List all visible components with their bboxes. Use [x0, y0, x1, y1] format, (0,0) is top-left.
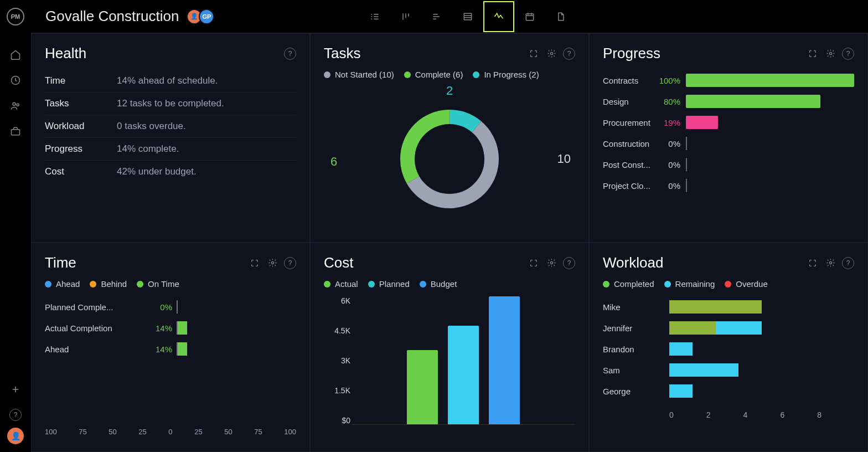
- progress-name: Project Clo...: [603, 181, 654, 191]
- view-gantt-icon[interactable]: [421, 1, 452, 32]
- help-icon[interactable]: ?: [842, 257, 854, 269]
- panel-title: Progress: [603, 45, 807, 62]
- axis-tick: $0: [324, 416, 350, 425]
- legend-item[interactable]: In Progress (2): [473, 70, 539, 79]
- gear-icon[interactable]: [545, 257, 557, 269]
- expand-icon[interactable]: [807, 48, 819, 60]
- gear-icon[interactable]: [266, 257, 278, 269]
- legend-item[interactable]: Not Started (10): [324, 70, 394, 79]
- help-icon[interactable]: ?: [284, 257, 296, 269]
- workload-bar: [669, 363, 854, 377]
- donut-label-notstarted: 10: [557, 152, 571, 166]
- axis-tick: 50: [224, 428, 232, 436]
- legend-dot: [664, 281, 671, 287]
- axis-tick: 75: [79, 428, 86, 436]
- user-avatar[interactable]: 👤: [7, 428, 24, 444]
- axis-tick: 100: [284, 428, 296, 436]
- view-table-icon[interactable]: [452, 1, 483, 32]
- legend-item[interactable]: Remaining: [664, 279, 715, 289]
- help-icon[interactable]: ?: [563, 48, 575, 60]
- team-icon[interactable]: [4, 93, 27, 119]
- donut-label-complete: 6: [330, 155, 337, 169]
- progress-name: Procurement: [603, 118, 654, 127]
- view-file-icon[interactable]: [545, 1, 576, 32]
- view-list-icon[interactable]: [359, 1, 390, 32]
- time-row: Ahead 14%: [45, 338, 296, 359]
- project-members[interactable]: 👤 GP: [190, 9, 214, 24]
- legend-item[interactable]: On Time: [137, 279, 179, 289]
- svg-point-12: [550, 261, 552, 264]
- workload-row: George: [603, 381, 854, 402]
- legend-dot: [137, 281, 143, 287]
- panel-title: Tasks: [324, 45, 528, 62]
- legend-item[interactable]: Completed: [603, 279, 654, 289]
- svg-point-13: [829, 261, 831, 264]
- progress-row: Contracts 100%: [603, 70, 854, 91]
- view-dashboard-icon[interactable]: [483, 1, 514, 32]
- view-board-icon[interactable]: [390, 1, 421, 32]
- gear-icon[interactable]: [824, 48, 836, 60]
- svg-point-6: [550, 52, 552, 54]
- time-row: Actual Completion 14%: [45, 317, 296, 338]
- gear-icon[interactable]: [545, 48, 557, 60]
- expand-icon[interactable]: [807, 257, 819, 269]
- avatar[interactable]: GP: [199, 9, 214, 24]
- progress-percent: 0%: [654, 181, 680, 191]
- svg-point-1: [13, 102, 16, 105]
- legend-item[interactable]: Complete (6): [404, 70, 463, 79]
- briefcase-icon[interactable]: [4, 119, 27, 144]
- help-icon[interactable]: ?: [563, 257, 575, 269]
- legend-item[interactable]: Behind: [90, 279, 127, 289]
- health-value: 42% under budget.: [117, 166, 197, 177]
- health-label: Tasks: [45, 98, 117, 109]
- workload-bar: [669, 384, 854, 398]
- workload-row: Sam: [603, 359, 854, 381]
- legend-label: Completed: [614, 279, 654, 289]
- expand-icon[interactable]: [528, 257, 540, 269]
- help-icon[interactable]: ?: [284, 48, 296, 60]
- help-icon[interactable]: ?: [842, 48, 854, 60]
- legend-label: Ahead: [56, 279, 80, 289]
- legend-dot: [473, 71, 479, 78]
- axis-tick: 50: [108, 428, 116, 436]
- legend-label: Planned: [379, 279, 410, 289]
- legend-dot: [368, 281, 375, 287]
- home-icon[interactable]: [4, 42, 27, 68]
- workload-bar: [669, 342, 854, 356]
- legend-label: Complete (6): [415, 70, 463, 79]
- svg-point-11: [271, 261, 273, 264]
- legend-dot: [90, 281, 96, 287]
- progress-row: Design 80%: [603, 91, 854, 112]
- help-icon[interactable]: ?: [4, 402, 27, 428]
- panel-cost: Cost ? ActualPlannedBudget 6K4.5K3K1.5K$…: [310, 243, 589, 452]
- cost-bar-budget: [489, 296, 520, 424]
- tasks-donut-chart: 2 10 6: [324, 87, 575, 231]
- legend-item[interactable]: Actual: [324, 279, 358, 289]
- legend-item[interactable]: Budget: [420, 279, 457, 289]
- clock-icon[interactable]: [4, 68, 27, 93]
- svg-point-10: [829, 52, 831, 54]
- legend-label: Behind: [101, 279, 127, 289]
- legend-label: Overdue: [736, 279, 768, 289]
- workload-row: Jennifer: [603, 317, 854, 338]
- legend-item[interactable]: Ahead: [45, 279, 80, 289]
- expand-icon[interactable]: [249, 257, 261, 269]
- progress-row: Procurement 19%: [603, 112, 854, 133]
- progress-bar: [686, 137, 854, 150]
- panel-title: Time: [45, 254, 249, 271]
- view-calendar-icon[interactable]: [514, 1, 545, 32]
- health-value: 12 tasks to be completed.: [117, 98, 224, 109]
- legend-item[interactable]: Overdue: [725, 279, 768, 289]
- expand-icon[interactable]: [528, 48, 540, 60]
- add-icon[interactable]: [4, 377, 27, 402]
- legend-label: Remaining: [675, 279, 715, 289]
- legend-dot: [420, 281, 426, 287]
- health-row: Cost42% under budget.: [45, 161, 296, 183]
- legend-dot: [324, 281, 330, 287]
- panel-health: Health ? Time14% ahead of schedule.Tasks…: [31, 33, 310, 243]
- legend-item[interactable]: Planned: [368, 279, 410, 289]
- svg-rect-5: [526, 14, 533, 20]
- app-logo[interactable]: PM: [7, 8, 24, 25]
- health-value: 14% complete.: [117, 143, 179, 155]
- gear-icon[interactable]: [824, 257, 836, 269]
